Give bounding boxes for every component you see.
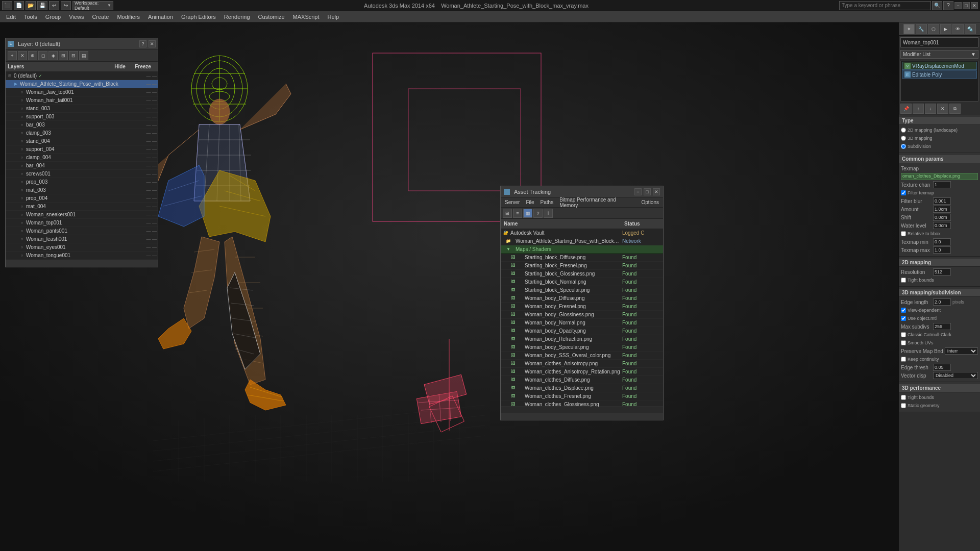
asset-item[interactable]: 🖼Woman_clothes_Glossiness.pngFound (501, 400, 663, 407)
edge-thresh-input[interactable] (933, 364, 951, 371)
layer-btn5[interactable]: ⊞ (59, 51, 68, 60)
asset-item[interactable]: 🖼Woman_body_Refraction.pngFound (501, 335, 663, 343)
layer-btn4[interactable]: ◈ (48, 51, 58, 60)
menu-item-views[interactable]: Views (65, 13, 88, 21)
asset-item[interactable]: 📁Woman_Athlete_Starting_Pose_with_Block_… (501, 237, 663, 245)
keep-continuity-checkbox[interactable] (901, 357, 906, 362)
asset-item[interactable]: 🖼Woman_clothes_Diffuse.pngFound (501, 376, 663, 384)
asset-minimize-btn[interactable]: − (634, 188, 642, 195)
asset-scrollbar-h[interactable] (501, 407, 663, 413)
rp-hierarchy-btn[interactable]: ⬡ (928, 24, 939, 34)
texmap-value[interactable]: oman_clothes_Displace.png (901, 173, 978, 180)
texmap-min-input[interactable] (933, 238, 951, 245)
search-icon[interactable]: 🔍 (932, 1, 942, 10)
layer-item[interactable]: ○Woman_sneakers001— — (6, 211, 158, 219)
asset-tb-btn1[interactable]: ⊞ (503, 209, 512, 218)
layer-item[interactable]: ⊞0 (default)✓— — (6, 72, 158, 80)
asset-close-btn[interactable]: ✕ (653, 188, 660, 195)
asset-item[interactable]: 🖼Woman_body_Normal.pngFound (501, 319, 663, 327)
filter-texmap-checkbox[interactable] (901, 190, 906, 195)
layer-item[interactable]: ○stand_004— — (6, 137, 158, 145)
texmap-max-input[interactable] (933, 246, 951, 254)
layer-del-btn[interactable]: ✕ (18, 51, 27, 60)
layer-sel-btn[interactable]: ◻ (38, 51, 47, 60)
type-2d-radio[interactable] (901, 128, 906, 133)
tight-bounds-2d-checkbox[interactable] (901, 278, 906, 283)
menu-item-tools[interactable]: Tools (20, 13, 41, 21)
open-btn[interactable]: 📂 (26, 1, 36, 10)
asset-item[interactable]: 🖼Woman_clothes_Anisotropy.pngFound (501, 360, 663, 368)
layer-btn7[interactable]: ▤ (79, 51, 88, 60)
close-btn[interactable]: ✕ (971, 2, 978, 9)
menu-item-help[interactable]: Help (324, 13, 344, 21)
layer-item[interactable]: ○clamp_004— — (6, 154, 158, 162)
asset-item[interactable]: 🖼Starting_block_Specular.pngFound (501, 286, 663, 294)
classic-catmull-checkbox[interactable] (901, 332, 906, 337)
asset-item[interactable]: 🖼Woman_body_Specular.pngFound (501, 343, 663, 352)
view-dependent-checkbox[interactable] (901, 308, 906, 313)
relative-bbox-checkbox[interactable] (901, 231, 906, 236)
asset-tb-btn5[interactable]: i (544, 209, 553, 218)
asset-item[interactable]: 🖼Starting_block_Fresnel.pngFound (501, 262, 663, 270)
asset-item[interactable]: 🖼Starting_block_Diffuse.pngFound (501, 254, 663, 262)
asset-item[interactable]: 🖼Woman_body_Opacity.pngFound (501, 327, 663, 335)
asset-item[interactable]: 🖼Woman_body_Diffuse.pngFound (501, 294, 663, 303)
static-geometry-checkbox[interactable] (901, 403, 906, 408)
menu-item-modifiers[interactable]: Modifiers (113, 13, 144, 21)
modifier-list-dropdown[interactable]: Modifier List ▼ (900, 50, 978, 59)
asset-menu-bitmap-performance-and-memory[interactable]: Bitmap Performance and Memory (556, 196, 638, 209)
preserve-map-select[interactable]: Interr None (945, 347, 978, 355)
layer-panel-close[interactable]: ✕ (149, 40, 156, 47)
rp-display-btn[interactable]: 👁 (952, 24, 964, 34)
edge-length-input[interactable] (933, 298, 951, 306)
layer-item[interactable]: ○bar_003— — (6, 121, 158, 129)
layer-item[interactable]: ○clamp_003— — (6, 129, 158, 137)
modifier-item[interactable]: VVRayDisplacemenMod (902, 62, 977, 70)
save-btn[interactable]: 💾 (37, 1, 47, 10)
menu-item-edit[interactable]: Edit (2, 13, 20, 21)
tight-bounds-3d-checkbox[interactable] (901, 395, 906, 400)
menu-item-animation[interactable]: Animation (144, 13, 177, 21)
menu-item-group[interactable]: Group (41, 13, 65, 21)
layer-add-sel-btn[interactable]: ⊕ (28, 51, 37, 60)
asset-item[interactable]: 🖼Woman_body_Fresnel.pngFound (501, 303, 663, 311)
layer-item[interactable]: ○Woman_tongue001— — (6, 252, 158, 260)
asset-item[interactable]: ▼Maps / Shaders (501, 245, 663, 254)
workspace-dropdown[interactable]: Workspace: Default ▼ (72, 1, 113, 10)
asset-item[interactable]: 🖼Starting_block_Glossiness.pngFound (501, 270, 663, 278)
asset-item[interactable]: 🖼Woman_clothes_Displace.pngFound (501, 384, 663, 392)
object-name-field[interactable] (900, 37, 978, 47)
undo-btn[interactable]: ↩ (49, 1, 59, 10)
vector-disp-select[interactable]: Disabled Object space Tangent space (933, 372, 978, 379)
asset-tb-btn3[interactable]: ▦ (523, 209, 532, 218)
layer-item[interactable]: ○mat_004— — (6, 203, 158, 211)
mod-up-btn[interactable]: ↑ (913, 104, 924, 114)
asset-restore-btn[interactable]: □ (644, 188, 651, 195)
shift-input[interactable] (933, 214, 951, 221)
layer-item[interactable]: ○Woman_top001— — (6, 219, 158, 227)
help-icon[interactable]: ? (943, 1, 953, 10)
layer-item[interactable]: ▶Woman_Athlete_Starting_Pose_with_Block—… (6, 80, 158, 88)
texture-chan-input[interactable] (933, 181, 951, 188)
asset-tb-btn4[interactable]: ? (533, 209, 543, 218)
mod-delete-btn[interactable]: ✕ (937, 104, 948, 114)
asset-menu-server[interactable]: Server (502, 199, 523, 206)
asset-item[interactable]: 🖼Starting_block_Normal.pngFound (501, 278, 663, 286)
menu-item-customize[interactable]: Customize (254, 13, 289, 21)
amount-input[interactable] (933, 206, 951, 213)
menu-item-maxscript[interactable]: MAXScript (289, 13, 324, 21)
rp-motion-btn[interactable]: ▶ (940, 24, 951, 34)
maximize-btn[interactable]: □ (963, 2, 970, 9)
app-icon[interactable]: ⬛ (2, 1, 12, 10)
asset-menu-paths[interactable]: Paths (537, 199, 557, 206)
rp-utilities-btn[interactable]: 🔩 (965, 24, 976, 34)
layer-item[interactable]: ○bar_004— — (6, 162, 158, 170)
menu-item-rendering[interactable]: Rendering (220, 13, 254, 21)
water-level-input[interactable] (933, 222, 951, 229)
mod-down-btn[interactable]: ↓ (925, 104, 936, 114)
asset-menu-options[interactable]: Options (639, 199, 662, 206)
layer-new-btn[interactable]: + (8, 51, 17, 60)
layer-item[interactable]: ○Woman_Jaw_top001— — (6, 88, 158, 96)
layer-item[interactable]: ○support_004— — (6, 145, 158, 154)
use-object-mtl-checkbox[interactable] (901, 316, 906, 321)
